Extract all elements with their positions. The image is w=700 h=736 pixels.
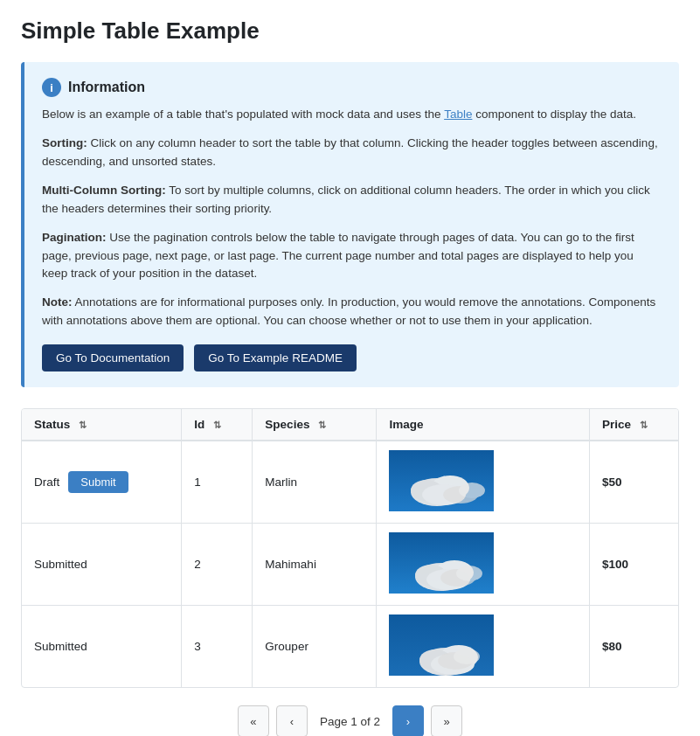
cell-image [377,606,590,688]
cell-price: $100 [590,524,679,606]
info-box: i Information Below is an example of a t… [21,62,679,387]
table-row: Submitted2Mahimahi $100 [22,524,678,606]
page-info: Page 1 of 2 [320,715,380,728]
info-box-title: Information [68,80,145,95]
pagination: « ‹ Page 1 of 2 › » [21,705,679,736]
cell-price: $80 [590,606,679,688]
cell-species: Grouper [253,606,377,688]
col-header-price[interactable]: Price ⇅ [590,409,679,441]
sort-icon-species: ⇅ [318,420,326,431]
svg-point-20 [454,649,480,664]
info-para-3: Multi-Column Sorting: To sort by multipl… [42,182,662,219]
svg-point-13 [456,566,482,581]
col-header-id[interactable]: Id ⇅ [182,409,253,441]
data-table: Status ⇅ Id ⇅ Species ⇅ Image Price ⇅ Dr… [22,409,678,687]
info-para-5: Note: Annotations are for informational … [42,294,662,330]
last-page-button[interactable]: » [431,705,462,736]
docs-button[interactable]: Go To Documentation [42,344,184,371]
col-header-status[interactable]: Status ⇅ [22,409,182,441]
cell-id: 3 [182,606,253,688]
info-para-4: Pagination: Use the pagination controls … [42,229,662,284]
cell-species: Marlin [253,441,377,524]
table-header-row: Status ⇅ Id ⇅ Species ⇅ Image Price ⇅ [22,409,678,441]
cell-id: 1 [182,441,253,524]
cell-image [377,441,590,524]
svg-point-6 [459,483,485,498]
sort-icon-id: ⇅ [213,420,221,431]
info-para-2: Sorting: Click on any column header to s… [42,135,662,171]
sort-icon-price: ⇅ [640,420,648,431]
status-cell: DraftSubmit [34,471,169,493]
table-body: DraftSubmit1Marlin $50Submitted2Mahimahi [22,441,678,687]
info-box-body: Below is an example of a table that's po… [42,106,662,330]
status-text: Draft [34,476,59,489]
cell-status: DraftSubmit [22,441,182,524]
sort-icon-status: ⇅ [79,420,87,431]
status-text: Submitted [22,606,182,688]
info-icon: i [42,78,61,97]
cell-price: $50 [590,441,679,524]
table-row: Submitted3Grouper $80 [22,606,678,688]
cell-image [377,524,590,606]
cell-species: Mahimahi [253,524,377,606]
page-title: Simple Table Example [21,17,679,45]
info-para-1: Below is an example of a table that's po… [42,106,662,124]
status-text: Submitted [22,524,182,606]
info-btn-group: Go To Documentation Go To Example README [42,344,662,371]
table-link[interactable]: Table [444,108,472,121]
cell-id: 2 [182,524,253,606]
next-page-button[interactable]: › [392,705,424,736]
prev-page-button[interactable]: ‹ [276,705,308,736]
first-page-button[interactable]: « [238,705,269,736]
table-row: DraftSubmit1Marlin $50 [22,441,678,524]
table-container: Status ⇅ Id ⇅ Species ⇅ Image Price ⇅ Dr… [21,408,679,688]
col-header-image: Image [377,409,590,441]
col-header-species[interactable]: Species ⇅ [253,409,377,441]
submit-button[interactable]: Submit [68,471,128,493]
readme-button[interactable]: Go To Example README [194,344,357,371]
